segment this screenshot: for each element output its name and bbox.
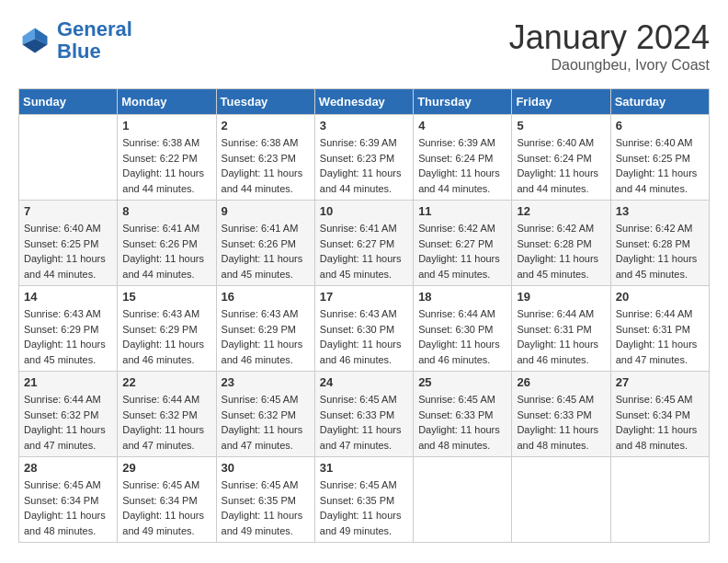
sunset-text: Sunset: 6:27 PM (418, 236, 506, 252)
daylight-text: Daylight: 11 hours and 44 minutes. (517, 166, 605, 196)
sunrise-text: Sunrise: 6:40 AM (517, 135, 605, 151)
cell-w2-d2: 8Sunrise: 6:41 AMSunset: 6:26 PMDaylight… (118, 201, 216, 286)
day-info: Sunrise: 6:40 AMSunset: 6:24 PMDaylight:… (517, 135, 605, 196)
day-number: 2 (222, 119, 310, 132)
day-number: 25 (418, 375, 506, 389)
sunset-text: Sunset: 6:25 PM (24, 236, 112, 252)
sunset-text: Sunset: 6:23 PM (320, 151, 408, 167)
sunrise-text: Sunrise: 6:42 AM (616, 221, 704, 236)
daylight-text: Daylight: 11 hours and 49 minutes. (320, 508, 408, 538)
cell-w5-d7 (610, 457, 709, 543)
cell-w1-d1 (19, 115, 118, 201)
daylight-text: Daylight: 11 hours and 44 minutes. (418, 166, 506, 196)
sunset-text: Sunset: 6:32 PM (222, 408, 310, 423)
cell-w4-d2: 22Sunrise: 6:44 AMSunset: 6:32 PMDayligh… (118, 372, 216, 457)
day-info: Sunrise: 6:45 AMSunset: 6:34 PMDaylight:… (24, 477, 112, 538)
sunset-text: Sunset: 6:35 PM (320, 493, 408, 509)
sunrise-text: Sunrise: 6:45 AM (222, 477, 310, 493)
day-number: 18 (418, 290, 506, 304)
day-number: 8 (122, 204, 210, 218)
sunrise-text: Sunrise: 6:44 AM (24, 392, 112, 408)
cell-w2-d1: 7Sunrise: 6:40 AMSunset: 6:25 PMDaylight… (19, 201, 118, 286)
daylight-text: Daylight: 11 hours and 48 minutes. (616, 422, 704, 453)
sunset-text: Sunset: 6:33 PM (517, 408, 605, 423)
sunset-text: Sunset: 6:31 PM (517, 322, 605, 338)
week-row-2: 7Sunrise: 6:40 AMSunset: 6:25 PMDaylight… (19, 201, 710, 286)
cell-w3-d6: 19Sunrise: 6:44 AMSunset: 6:31 PMDayligh… (512, 286, 610, 372)
sunrise-text: Sunrise: 6:39 AM (320, 135, 408, 151)
day-number: 20 (616, 290, 704, 304)
day-number: 28 (24, 461, 112, 475)
cell-w5-d5 (414, 457, 512, 543)
daylight-text: Daylight: 11 hours and 44 minutes. (122, 166, 210, 196)
daylight-text: Daylight: 11 hours and 49 minutes. (122, 508, 210, 538)
cell-w2-d6: 12Sunrise: 6:42 AMSunset: 6:28 PMDayligh… (512, 201, 610, 286)
cell-w1-d6: 5Sunrise: 6:40 AMSunset: 6:24 PMDaylight… (512, 115, 610, 201)
cell-w4-d3: 23Sunrise: 6:45 AMSunset: 6:32 PMDayligh… (216, 372, 314, 457)
day-info: Sunrise: 6:38 AMSunset: 6:22 PMDaylight:… (122, 135, 210, 196)
week-row-3: 14Sunrise: 6:43 AMSunset: 6:29 PMDayligh… (19, 286, 710, 372)
cell-w3-d7: 20Sunrise: 6:44 AMSunset: 6:31 PMDayligh… (610, 286, 709, 372)
sunrise-text: Sunrise: 6:38 AM (122, 135, 210, 151)
week-row-1: 1Sunrise: 6:38 AMSunset: 6:22 PMDaylight… (19, 115, 710, 201)
logo-text: General Blue (57, 18, 132, 63)
day-number: 31 (320, 461, 408, 475)
day-number: 29 (122, 461, 210, 475)
sunset-text: Sunset: 6:25 PM (616, 151, 704, 167)
day-number: 24 (320, 375, 408, 389)
day-info: Sunrise: 6:45 AMSunset: 6:32 PMDaylight:… (222, 392, 310, 453)
day-number: 23 (222, 375, 310, 389)
day-info: Sunrise: 6:41 AMSunset: 6:27 PMDaylight:… (320, 221, 408, 282)
logo-blue: Blue (57, 40, 101, 63)
cell-w3-d3: 16Sunrise: 6:43 AMSunset: 6:29 PMDayligh… (216, 286, 314, 372)
day-info: Sunrise: 6:43 AMSunset: 6:29 PMDaylight:… (24, 306, 112, 367)
sunrise-text: Sunrise: 6:43 AM (320, 306, 408, 322)
col-friday: Friday (512, 89, 610, 115)
day-info: Sunrise: 6:43 AMSunset: 6:29 PMDaylight:… (222, 306, 310, 367)
sunset-text: Sunset: 6:28 PM (616, 236, 704, 252)
sunrise-text: Sunrise: 6:43 AM (222, 306, 310, 322)
day-info: Sunrise: 6:39 AMSunset: 6:23 PMDaylight:… (320, 135, 408, 196)
sunrise-text: Sunrise: 6:39 AM (418, 135, 506, 151)
sunrise-text: Sunrise: 6:42 AM (418, 221, 506, 236)
day-number: 10 (320, 204, 408, 218)
cell-w1-d5: 4Sunrise: 6:39 AMSunset: 6:24 PMDaylight… (414, 115, 512, 201)
cell-w4-d6: 26Sunrise: 6:45 AMSunset: 6:33 PMDayligh… (512, 372, 610, 457)
sunrise-text: Sunrise: 6:43 AM (122, 306, 210, 322)
day-info: Sunrise: 6:40 AMSunset: 6:25 PMDaylight:… (616, 135, 704, 196)
title-block: January 2024 Daoungbeu, Ivory Coast (509, 18, 710, 74)
sunrise-text: Sunrise: 6:44 AM (616, 306, 704, 322)
col-thursday: Thursday (414, 89, 512, 115)
cell-w3-d5: 18Sunrise: 6:44 AMSunset: 6:30 PMDayligh… (414, 286, 512, 372)
cell-w1-d7: 6Sunrise: 6:40 AMSunset: 6:25 PMDaylight… (610, 115, 709, 201)
daylight-text: Daylight: 11 hours and 44 minutes. (24, 251, 112, 282)
daylight-text: Daylight: 11 hours and 44 minutes. (122, 251, 210, 282)
sunset-text: Sunset: 6:26 PM (122, 236, 210, 252)
sunrise-text: Sunrise: 6:38 AM (222, 135, 310, 151)
daylight-text: Daylight: 11 hours and 44 minutes. (616, 166, 704, 196)
logo: General Blue (18, 18, 132, 63)
col-monday: Monday (118, 89, 216, 115)
calendar-header-row: Sunday Monday Tuesday Wednesday Thursday… (19, 89, 710, 115)
daylight-text: Daylight: 11 hours and 45 minutes. (418, 251, 506, 282)
daylight-text: Daylight: 11 hours and 48 minutes. (418, 422, 506, 453)
day-info: Sunrise: 6:44 AMSunset: 6:32 PMDaylight:… (122, 392, 210, 453)
day-number: 26 (517, 375, 605, 389)
sunrise-text: Sunrise: 6:44 AM (418, 306, 506, 322)
cell-w5-d2: 29Sunrise: 6:45 AMSunset: 6:34 PMDayligh… (118, 457, 216, 543)
sunset-text: Sunset: 6:32 PM (122, 408, 210, 423)
day-number: 21 (24, 375, 112, 389)
cell-w4-d1: 21Sunrise: 6:44 AMSunset: 6:32 PMDayligh… (19, 372, 118, 457)
day-number: 17 (320, 290, 408, 304)
sunset-text: Sunset: 6:34 PM (616, 408, 704, 423)
cell-w3-d2: 15Sunrise: 6:43 AMSunset: 6:29 PMDayligh… (118, 286, 216, 372)
day-info: Sunrise: 6:45 AMSunset: 6:34 PMDaylight:… (616, 392, 704, 453)
cell-w1-d3: 2Sunrise: 6:38 AMSunset: 6:23 PMDaylight… (216, 115, 314, 201)
day-number: 14 (24, 290, 112, 304)
cell-w2-d4: 10Sunrise: 6:41 AMSunset: 6:27 PMDayligh… (314, 201, 413, 286)
sunrise-text: Sunrise: 6:45 AM (418, 392, 506, 408)
sunrise-text: Sunrise: 6:44 AM (122, 392, 210, 408)
daylight-text: Daylight: 11 hours and 47 minutes. (320, 422, 408, 453)
col-sunday: Sunday (19, 89, 118, 115)
page-header: General Blue January 2024 Daoungbeu, Ivo… (18, 18, 710, 74)
